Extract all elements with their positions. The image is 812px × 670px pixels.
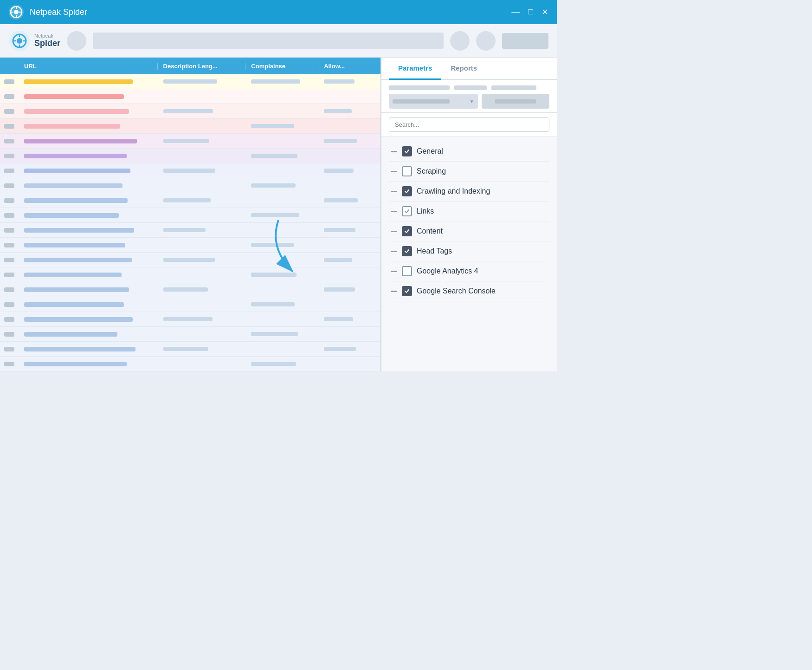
param-checkbox-scraping[interactable] — [402, 166, 412, 176]
params-list: General Scraping Crawling and Indexing — [381, 137, 557, 371]
param-dash-crawling — [391, 191, 397, 192]
param-label-content: Content — [417, 227, 443, 235]
checkmark-icon-content — [404, 228, 410, 234]
app-logo: Netpeak Spider — [8, 30, 60, 52]
param-label-headtags: Head Tags — [417, 247, 452, 255]
table-row[interactable] — [0, 357, 380, 371]
toolbar-url-bar[interactable] — [93, 33, 444, 49]
right-panel: Parametrs Reports ▼ — [380, 58, 557, 371]
param-checkbox-links[interactable] — [402, 206, 412, 216]
table-row[interactable] — [0, 74, 380, 89]
param-item-content[interactable]: Content — [389, 221, 549, 241]
th-allow[interactable]: Allow... — [318, 63, 380, 70]
toolbar: Netpeak Spider — [0, 24, 557, 58]
param-label-general: General — [417, 147, 443, 156]
table-row[interactable] — [0, 238, 380, 253]
table-row[interactable] — [0, 312, 380, 327]
minimize-button[interactable]: ― — [511, 7, 520, 17]
param-item-links[interactable]: Links — [389, 202, 549, 221]
toolbar-action-button[interactable] — [502, 33, 548, 49]
close-button[interactable]: ✕ — [541, 7, 548, 17]
param-button[interactable] — [482, 94, 549, 109]
table-header: URL Description Leng... Complainse Allow… — [0, 58, 380, 74]
table-row[interactable] — [0, 119, 380, 134]
table-row[interactable] — [0, 178, 380, 193]
param-dropdown[interactable]: ▼ — [389, 94, 478, 109]
toolbar-action-circle2[interactable] — [476, 31, 496, 51]
table-row[interactable] — [0, 253, 380, 267]
param-label-links: Links — [417, 207, 434, 215]
param-item-crawling[interactable]: Crawling and Indexing — [389, 182, 549, 202]
param-checkbox-crawling[interactable] — [402, 186, 412, 196]
table-row[interactable] — [0, 297, 380, 312]
param-dash-content — [391, 231, 397, 232]
param-label-ga4: Google Analytics 4 — [417, 267, 478, 275]
maximize-button[interactable]: □ — [528, 7, 533, 17]
panel-tabs: Parametrs Reports — [381, 58, 557, 80]
search-input[interactable] — [395, 121, 543, 128]
param-checkbox-gsc[interactable] — [402, 286, 412, 296]
param-dash-general — [391, 151, 397, 152]
table-row[interactable] — [0, 149, 380, 163]
th-comp[interactable]: Complainse — [245, 63, 318, 70]
titlebar: Netpeak Spider ― □ ✕ — [0, 0, 557, 24]
param-checkbox-content[interactable] — [402, 226, 412, 236]
app-title: Netpeak Spider — [30, 7, 87, 17]
param-dash-gsc — [391, 291, 397, 292]
checkmark-icon-links — [404, 208, 410, 215]
svg-point-9 — [17, 38, 22, 44]
tab-parameters[interactable]: Parametrs — [389, 58, 441, 80]
checkmark-icon-gsc — [404, 288, 410, 294]
th-desc[interactable]: Description Leng... — [158, 63, 246, 70]
panel-subtoolbar: ▼ — [381, 80, 557, 113]
param-item-general[interactable]: General — [389, 142, 549, 162]
search-input-wrap[interactable] — [389, 117, 549, 132]
spider-logo-icon — [8, 30, 31, 52]
table-row[interactable] — [0, 193, 380, 208]
table-body — [0, 74, 380, 371]
table-row[interactable] — [0, 342, 380, 357]
app-logo-icon — [8, 4, 24, 20]
tab-reports[interactable]: Reports — [441, 58, 486, 80]
param-label-gsc: Google Search Console — [417, 287, 496, 295]
param-label-crawling: Crawling and Indexing — [417, 187, 490, 195]
table-row[interactable] — [0, 208, 380, 223]
param-checkbox-general[interactable] — [402, 146, 412, 156]
logo-text: Netpeak Spider — [34, 33, 60, 48]
main-area: URL Description Leng... Complainse Allow… — [0, 58, 557, 371]
toolbar-action-circle1[interactable] — [450, 31, 470, 51]
logo-subtitle: Spider — [34, 39, 60, 48]
table-row[interactable] — [0, 163, 380, 178]
param-dash-headtags — [391, 251, 397, 252]
param-dash-links — [391, 211, 397, 212]
table-area: URL Description Leng... Complainse Allow… — [0, 58, 380, 371]
panel-search — [381, 113, 557, 137]
checkmark-icon-crawling — [404, 188, 410, 195]
table-row[interactable] — [0, 267, 380, 282]
table-row[interactable] — [0, 104, 380, 119]
param-item-gsc[interactable]: Google Search Console — [389, 281, 549, 301]
table-row[interactable] — [0, 89, 380, 104]
param-item-ga4[interactable]: Google Analytics 4 — [389, 261, 549, 281]
param-checkbox-ga4[interactable] — [402, 266, 412, 276]
checkmark-icon-headtags — [404, 248, 410, 254]
window-controls: ― □ ✕ — [511, 7, 548, 17]
param-dash-ga4 — [391, 271, 397, 272]
table-row[interactable] — [0, 223, 380, 238]
param-item-scraping[interactable]: Scraping — [389, 162, 549, 182]
logo-name: Netpeak — [34, 33, 60, 39]
svg-point-2 — [14, 10, 19, 14]
param-item-headtags[interactable]: Head Tags — [389, 241, 549, 261]
table-row[interactable] — [0, 327, 380, 342]
param-checkbox-headtags[interactable] — [402, 246, 412, 256]
table-row[interactable] — [0, 282, 380, 297]
th-url[interactable]: URL — [19, 63, 158, 70]
table-row[interactable] — [0, 134, 380, 149]
checkmark-icon — [404, 148, 410, 155]
param-label-scraping: Scraping — [417, 167, 446, 176]
param-dash-scraping — [391, 171, 397, 172]
toolbar-avatar — [67, 31, 86, 51]
